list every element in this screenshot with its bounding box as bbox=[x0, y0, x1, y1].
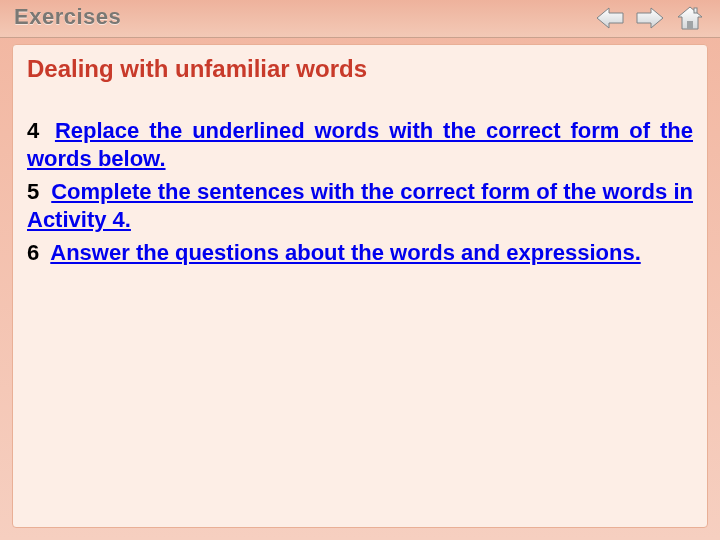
exercise-item: 4 Replace the underlined words with the … bbox=[27, 117, 693, 172]
home-button[interactable] bbox=[674, 4, 706, 32]
section-title: Dealing with unfamiliar words bbox=[27, 55, 693, 83]
slide: Exercises bbox=[0, 0, 720, 540]
back-button[interactable] bbox=[594, 4, 626, 32]
exercise-list: 4 Replace the underlined words with the … bbox=[27, 117, 693, 267]
exercise-link[interactable]: Answer the questions about the words and… bbox=[50, 240, 640, 265]
svg-rect-3 bbox=[694, 8, 697, 13]
exercise-item: 6 Answer the questions about the words a… bbox=[27, 239, 693, 267]
svg-marker-1 bbox=[637, 8, 663, 28]
nav-icon-group bbox=[594, 4, 706, 32]
svg-rect-4 bbox=[687, 21, 693, 29]
exercise-number: 4 bbox=[27, 117, 45, 145]
exercise-link[interactable]: Replace the underlined words with the co… bbox=[27, 118, 693, 171]
forward-button[interactable] bbox=[634, 4, 666, 32]
home-icon bbox=[676, 5, 704, 31]
header-bar: Exercises bbox=[0, 0, 720, 38]
content-panel: Dealing with unfamiliar words 4 Replace … bbox=[12, 44, 708, 528]
exercise-link[interactable]: Complete the sentences with the correct … bbox=[27, 179, 693, 232]
svg-marker-0 bbox=[597, 8, 623, 28]
exercise-item: 5 Complete the sentences with the correc… bbox=[27, 178, 693, 233]
exercise-number: 5 bbox=[27, 178, 45, 206]
header-title: Exercises bbox=[14, 4, 121, 30]
exercise-number: 6 bbox=[27, 239, 45, 267]
back-arrow-icon bbox=[595, 6, 625, 30]
forward-arrow-icon bbox=[635, 6, 665, 30]
